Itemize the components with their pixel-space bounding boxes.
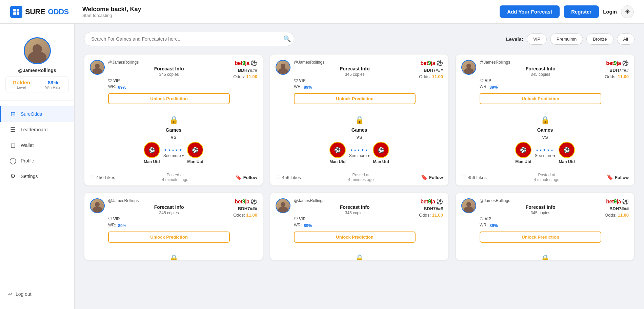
- team-left: Man Utd: [144, 142, 160, 164]
- sidebar-item-settings[interactable]: ⚙ Settings: [0, 169, 74, 184]
- team-left-name: Man Utd: [329, 159, 345, 164]
- unlock-prediction-button[interactable]: Unlock Prediction: [480, 231, 601, 243]
- card-odds: Odds: 11.00: [419, 74, 443, 79]
- forecast-card: @JamesRollings Forecast Info 345 copies …: [84, 193, 263, 260]
- card-odds-value: 11.00: [618, 74, 629, 79]
- card-forecast-info-label: Forecast Info: [480, 204, 601, 210]
- unlock-prediction-button[interactable]: Unlock Prediction: [294, 93, 416, 104]
- card-header: @JamesRollings Forecast Info 345 copies …: [461, 198, 629, 243]
- logout-label: Log out: [16, 291, 32, 297]
- vip-row: 🛡 VIP: [480, 217, 601, 221]
- likes-button[interactable]: ♡ 456 Likes: [461, 174, 487, 181]
- teams-row: Man Utd ★★★★★ See more ▾ Man Utd: [276, 142, 443, 164]
- vs-center: ★★★★★ See more ▾: [535, 148, 555, 158]
- wr-label: WR:: [294, 223, 302, 227]
- register-button[interactable]: Register: [564, 5, 599, 18]
- likes-count: 456 Likes: [282, 175, 301, 180]
- layout: @JamesRollings Golden Level 89% Win Rate…: [0, 24, 644, 309]
- bet9ja-logo: bet9ja ⚽: [235, 198, 257, 205]
- games-label: Games: [537, 127, 553, 133]
- likes-count: 456 Likes: [96, 175, 115, 180]
- main-content: 🔍 Levels: VIP Premuimn Bronze All @James…: [75, 24, 644, 309]
- sidebar-item-sureodds[interactable]: ⊞ SureOdds: [0, 106, 74, 122]
- bet9ja-logo: bet9ja ⚽: [606, 198, 629, 205]
- card-code: BDH7###: [238, 68, 257, 73]
- sidebar-item-profile[interactable]: ◯ Profile: [0, 153, 74, 169]
- card-code: BDH7###: [238, 206, 257, 211]
- bookmark-icon: 🔖: [235, 174, 242, 180]
- team-left-badge: [515, 142, 531, 158]
- wr-label: WR:: [480, 84, 487, 89]
- logo: SUREODDS: [10, 6, 69, 18]
- likes-button[interactable]: ♡ 456 Likes: [90, 174, 115, 181]
- heart-icon: ♡: [90, 174, 95, 181]
- search-button[interactable]: 🔍: [283, 35, 291, 43]
- card-forecast-info-label: Forecast Info: [108, 204, 230, 210]
- profile-wr-label: Win Rate: [39, 85, 67, 89]
- profile-wr-stat: 89% Win Rate: [37, 77, 68, 92]
- vip-badge: 🛡 VIP: [294, 78, 305, 83]
- header-actions: Add Your Forecast Register Login ☀: [500, 5, 634, 18]
- logout-button[interactable]: ↩ Log out: [0, 286, 74, 302]
- theme-toggle-button[interactable]: ☀: [621, 5, 634, 18]
- team-left-badge: [144, 142, 160, 158]
- team-left-name: Man Utd: [144, 159, 160, 164]
- card-copies: 345 copies: [108, 72, 230, 77]
- teams-row: Man Utd ★★★★★ See more ▾ Man Utd: [90, 142, 257, 164]
- follow-button[interactable]: 🔖 Follow: [421, 174, 443, 180]
- bet9ja-logo: bet9ja ⚽: [420, 60, 443, 66]
- card-meta: @JamesRollings Forecast Info 345 copies …: [480, 60, 601, 104]
- unlock-prediction-button[interactable]: Unlock Prediction: [480, 93, 601, 104]
- login-button[interactable]: Login: [603, 9, 617, 15]
- sidebar-item-wallet[interactable]: ◻ Wallet: [0, 137, 74, 153]
- team-right-name: Man Utd: [187, 159, 203, 164]
- wr-row: WR: 89%: [480, 223, 601, 229]
- settings-icon: ⚙: [9, 173, 17, 180]
- filter-premium-button[interactable]: Premuimn: [550, 34, 583, 45]
- forecast-card: @JamesRollings Forecast Info 345 copies …: [270, 193, 449, 260]
- card-odds: Odds: 11.00: [605, 74, 629, 79]
- card-meta: @JamesRollings Forecast Info 345 copies …: [294, 198, 416, 243]
- profile-wr-value: 89%: [39, 80, 67, 85]
- wr-value: 89%: [304, 223, 312, 228]
- sidebar-item-leaderboard[interactable]: ☰ Leaderboard: [0, 122, 74, 137]
- card-odds: Odds: 11.00: [233, 74, 257, 79]
- wr-value: 89%: [118, 85, 126, 90]
- teams-row: Man Utd ★★★★★ See more ▾ Man Utd: [461, 142, 629, 164]
- see-more-button[interactable]: See more ▾: [163, 153, 184, 158]
- team-left-name: Man Utd: [515, 159, 531, 164]
- follow-button[interactable]: 🔖 Follow: [607, 174, 629, 180]
- see-more-button[interactable]: See more ▾: [535, 153, 555, 158]
- search-input[interactable]: [84, 32, 294, 46]
- card-game: 🔒 Games VS Man Utd ★★★★★ See more ▾ Man …: [84, 251, 263, 260]
- filter-vip-button[interactable]: VIP: [527, 34, 547, 45]
- card-odds: Odds: 11.00: [605, 213, 629, 218]
- card-meta: @JamesRollings Forecast Info 345 copies …: [108, 60, 230, 104]
- filter-bronze-button[interactable]: Bronze: [586, 34, 613, 45]
- card-username: @JamesRollings: [108, 60, 230, 65]
- team-right: Man Utd: [559, 142, 575, 164]
- svg-rect-2: [13, 12, 16, 15]
- card-meta: @JamesRollings Forecast Info 345 copies …: [480, 198, 601, 243]
- add-forecast-button[interactable]: Add Your Forecast: [500, 5, 560, 18]
- card-odds-value: 11.00: [432, 213, 443, 218]
- unlock-prediction-button[interactable]: Unlock Prediction: [108, 93, 230, 104]
- likes-button[interactable]: ♡ 456 Likes: [276, 174, 301, 181]
- card-avatar: [461, 198, 476, 213]
- shield-icon: 🛡: [108, 78, 112, 83]
- unlock-prediction-button[interactable]: Unlock Prediction: [294, 231, 416, 243]
- unlock-prediction-button[interactable]: Unlock Prediction: [108, 231, 230, 243]
- follow-button[interactable]: 🔖 Follow: [235, 174, 257, 180]
- card-forecast-info-label: Forecast Info: [480, 66, 601, 71]
- vs-label: VS: [170, 135, 176, 140]
- card-meta: @JamesRollings Forecast Info 345 copies …: [108, 198, 230, 243]
- logo-odds-text: ODDS: [48, 7, 69, 16]
- welcome-subtitle: Start forcasting: [82, 13, 493, 18]
- card-copies: 345 copies: [294, 72, 416, 77]
- see-more-button[interactable]: See more ▾: [349, 153, 369, 158]
- card-right: bet9ja ⚽ BDH7### Odds: 11.00: [605, 60, 629, 79]
- profile-level-value: Golden: [7, 80, 36, 85]
- filter-all-button[interactable]: All: [617, 34, 635, 45]
- sidebar-item-settings-label: Settings: [21, 174, 38, 179]
- bet9ja-logo: bet9ja ⚽: [420, 198, 443, 205]
